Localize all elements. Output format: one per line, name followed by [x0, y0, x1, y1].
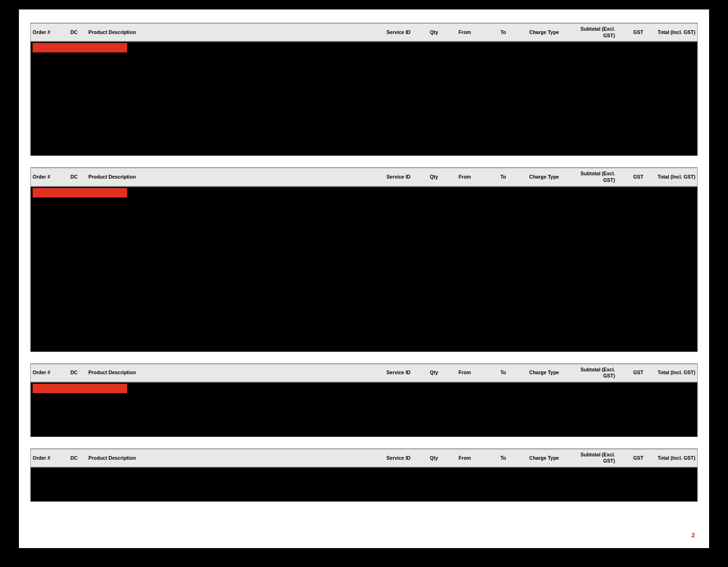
table-1-data-row-7 — [31, 104, 697, 113]
col-product-desc: Product Description — [87, 168, 373, 187]
table-1-data-row-10 — [31, 130, 697, 138]
table-4-data-row-3 — [31, 484, 697, 493]
table-2-data-row-6 — [31, 241, 697, 249]
table-3-data-row-3 — [31, 411, 697, 420]
table-2-data-row-5 — [31, 232, 697, 241]
table-1-data-row-9 — [31, 121, 697, 130]
col-charge-type: Charge Type — [521, 364, 567, 382]
col-product-desc: Product Description — [87, 364, 373, 382]
table-1-header-row: Order # DC Product Description Service I… — [31, 24, 697, 42]
table-3-data-row-1 — [31, 394, 697, 403]
col-product-desc: Product Description — [87, 24, 373, 42]
col-subtotal: Subtotal (Excl. GST) — [567, 449, 617, 467]
col-dc: DC — [69, 449, 87, 467]
table-2-data-row-3 — [31, 215, 697, 224]
table-1-data-row-11 — [31, 138, 697, 147]
table-2-data-row-13 — [31, 301, 697, 309]
table-2-header-row: Order # DC Product Description Service I… — [31, 168, 697, 187]
col-qty: Qty — [424, 168, 444, 187]
col-order-num: Order # — [31, 449, 69, 467]
table-2-data-row-16 — [31, 326, 697, 335]
col-subtotal: Subtotal (Excl. GST) — [567, 24, 617, 42]
invoice-table-2: Order # DC Product Description Service I… — [30, 167, 698, 352]
col-gst: GST — [617, 24, 645, 42]
table-2-data-row-18 — [31, 343, 697, 352]
col-service-id: Service ID — [373, 364, 424, 382]
col-from: From — [444, 24, 485, 42]
table-1-data-row-5 — [31, 87, 697, 96]
table-4-data-row-2 — [31, 476, 697, 484]
table-2-data-row-4 — [31, 224, 697, 232]
table-4-body — [31, 467, 697, 501]
col-subtotal: Subtotal (Excl. GST) — [567, 168, 617, 187]
col-total: Total (Incl. GST) — [645, 364, 697, 382]
col-order-num: Order # — [31, 168, 69, 187]
table-2-data-row-17 — [31, 335, 697, 343]
col-service-id: Service ID — [373, 449, 424, 467]
col-to: To — [485, 168, 521, 187]
col-qty: Qty — [424, 364, 444, 382]
col-from: From — [444, 168, 485, 187]
table-2-data-row-12 — [31, 292, 697, 301]
col-qty: Qty — [424, 449, 444, 467]
col-from: From — [444, 449, 485, 467]
col-product-desc: Product Description — [87, 449, 373, 467]
col-dc: DC — [69, 24, 87, 42]
col-qty: Qty — [424, 24, 444, 42]
col-gst: GST — [617, 449, 645, 467]
table-4-data-row-1 — [31, 467, 697, 476]
table-3-data-row-5 — [31, 428, 697, 437]
table-3-section-row — [31, 382, 697, 394]
table-1-section-row — [31, 42, 697, 53]
col-to: To — [485, 364, 521, 382]
col-gst: GST — [617, 168, 645, 187]
table-1-data-row-6 — [31, 96, 697, 104]
table-4-data-row-4 — [31, 493, 697, 501]
table-2-data-row-2 — [31, 207, 697, 215]
col-to: To — [485, 24, 521, 42]
invoice-table-3: Order # DC Product Description Service I… — [30, 363, 698, 437]
table-2-data-row-11 — [31, 284, 697, 292]
col-from: From — [444, 364, 485, 382]
col-service-id: Service ID — [373, 168, 424, 187]
col-gst: GST — [617, 364, 645, 382]
col-total: Total (Incl. GST) — [645, 24, 697, 42]
col-total: Total (Incl. GST) — [645, 449, 697, 467]
table-2-data-row-10 — [31, 275, 697, 284]
table-1-data-row-1 — [31, 53, 697, 62]
table-1-section-label — [31, 42, 697, 53]
invoice-table-1: Order # DC Product Description Service I… — [30, 23, 698, 156]
col-charge-type: Charge Type — [521, 449, 567, 467]
table-2-data-row-1 — [31, 198, 697, 207]
table-2-section-label — [31, 187, 697, 198]
col-charge-type: Charge Type — [521, 24, 567, 42]
table-1-data-row-3 — [31, 70, 697, 79]
table-1-data-row-2 — [31, 62, 697, 70]
table-2-data-row-8 — [31, 258, 697, 266]
col-subtotal: Subtotal (Excl. GST) — [567, 364, 617, 382]
page-number: 2 — [692, 532, 695, 539]
table-3-section-label — [31, 382, 697, 394]
col-total: Total (Incl. GST) — [645, 168, 697, 187]
table-1-data-row-8 — [31, 113, 697, 121]
table-3-body — [31, 382, 697, 437]
col-dc: DC — [69, 364, 87, 382]
table-2-data-row-14 — [31, 309, 697, 318]
table-1-data-row-4 — [31, 79, 697, 87]
col-order-num: Order # — [31, 24, 69, 42]
table-1-data-row-12 — [31, 147, 697, 155]
col-dc: DC — [69, 168, 87, 187]
table-3-data-row-4 — [31, 420, 697, 428]
table-2-body — [31, 187, 697, 352]
invoice-table-4: Order # DC Product Description Service I… — [30, 448, 698, 502]
table-2-data-row-9 — [31, 266, 697, 275]
table-1-body — [31, 42, 697, 155]
table-3-header-row: Order # DC Product Description Service I… — [31, 364, 697, 382]
table-2-section-row — [31, 187, 697, 198]
table-2-data-row-15 — [31, 318, 697, 326]
table-3-data-row-2 — [31, 403, 697, 411]
col-charge-type: Charge Type — [521, 168, 567, 187]
col-order-num: Order # — [31, 364, 69, 382]
table-2-data-row-7 — [31, 249, 697, 258]
col-to: To — [485, 449, 521, 467]
